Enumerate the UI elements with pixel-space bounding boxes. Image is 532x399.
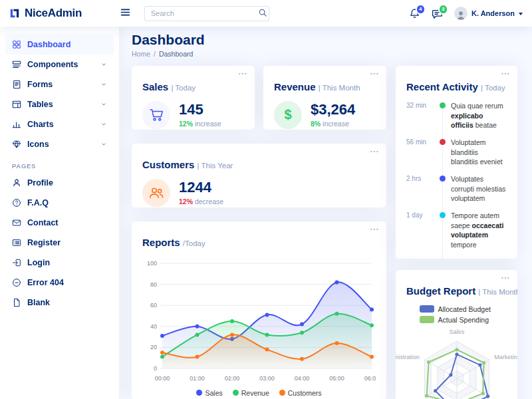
legend-item-customers[interactable]: Customers [279,389,322,397]
card-title: Sales [142,81,168,92]
card-period: | This Month [478,288,517,296]
messages-button[interactable]: 3 [432,8,443,19]
delta-percent: 12% [179,120,193,128]
card-options-icon[interactable] [501,271,511,285]
app-logo[interactable]: NiceAdmin [0,7,117,20]
card-period: | Today [171,84,196,92]
menu-button-icon [12,60,21,69]
card-options-icon[interactable] [370,223,380,236]
sidebar-item-label: Charts [27,120,54,129]
activity-time: 2 days [406,257,434,259]
legend-item-allocated-budget[interactable]: Allocated Budget [420,305,494,313]
sidebar-item-f-a-q[interactable]: F.A.Q [5,193,114,213]
svg-text:05:00: 05:00 [329,375,344,382]
sidebar-item-blank[interactable]: Blank [5,293,114,313]
sidebar-nav-main: DashboardComponentsFormsTablesChartsIcon… [5,35,114,154]
sidebar-item-profile[interactable]: Profile [5,173,114,193]
svg-text:Marketing: Marketing [494,353,517,360]
delta-label: increase [195,120,221,128]
search-icon [258,8,267,17]
svg-text:01:00: 01:00 [190,375,205,382]
sidebar-item-label: Tables [27,100,53,109]
login-icon [12,258,21,267]
sidebar-toggle-button[interactable] [118,5,132,21]
svg-text:04:00: 04:00 [295,375,310,382]
sidebar-item-forms[interactable]: Forms [5,74,114,94]
sidebar-item-components[interactable]: Components [5,55,114,74]
notifications-button[interactable]: 4 [409,8,420,19]
profile-menu[interactable]: K. Anderson [454,7,523,20]
breadcrumb-separator [154,50,156,58]
card-options-icon[interactable] [238,67,248,80]
activity-text: Voluptates corrupti molestias voluptatem [451,174,507,203]
recent-activity-card: Recent Activity | Today 32 minQuia quae … [396,66,517,259]
sidebar-item-register[interactable]: Register [5,233,114,253]
card-options-icon[interactable] [370,145,380,158]
sidebar-item-charts[interactable]: Charts [5,114,114,134]
activity-item: 32 minQuia quae rerum explicabo officiis… [406,101,507,130]
legend-label: Allocated Budget [438,305,491,313]
activity-text: Est sit eum reiciendis exercitationem [451,257,507,259]
activity-item: 1 dayTempore autem saepe occaecati volup… [406,211,507,250]
activity-time: 56 min [406,138,434,167]
person-icon [12,178,21,188]
sidebar-item-label: Register [27,238,61,247]
sidebar-item-icons[interactable]: Icons [5,134,114,154]
reports-chart-legend: SalesRevenueCustomers [142,389,376,397]
activity-item: 56 minVoluptatem blanditiis blanditiis e… [406,138,507,167]
legend-label: Revenue [241,389,269,397]
svg-text:20: 20 [150,344,157,350]
sidebar-item-label: Error 404 [27,278,64,287]
sidebar-item-contact[interactable]: Contact [5,213,114,233]
breadcrumb: Home Dashboard [132,50,520,58]
legend-item-revenue[interactable]: Revenue [233,389,269,397]
legend-item-sales[interactable]: Sales [196,389,222,397]
people-icon [148,185,164,201]
svg-text:40: 40 [150,323,157,330]
sidebar-item-tables[interactable]: Tables [5,94,114,114]
sidebar-item-dashboard[interactable]: Dashboard [5,35,114,55]
card-title: Customers [142,159,194,170]
breadcrumb-home[interactable]: Home [132,50,150,58]
activity-text: Voluptatem blanditiis blanditiis eveniet [451,138,507,167]
dollar-glyph: $ [284,107,291,122]
svg-text:100: 100 [147,260,157,267]
activity-dot-icon [440,102,446,108]
gem-icon [12,140,21,149]
legend-label: Customers [288,389,322,397]
people-icon [142,179,170,207]
legend-marker-icon [420,316,434,323]
card-title: Budget Report [406,285,475,297]
svg-text:00:00: 00:00 [155,375,170,382]
metric-value: $3,264 [311,102,355,118]
sidebar-item-label: Forms [27,80,53,89]
sidebar-nav-pages: ProfileF.A.QContactRegisterLoginError 40… [5,173,114,313]
delta-label: increase [323,120,349,128]
delta-label: decrease [195,198,223,205]
search-button[interactable] [258,8,267,19]
header-nav: 4 3 K. Anderson [409,7,523,20]
cart-icon [149,108,164,122]
card-title: Recent Activity [406,81,478,92]
sidebar-item-label: Dashboard [27,40,70,49]
legend-item-actual-spending[interactable]: Actual Spending [420,316,494,324]
card-options-icon[interactable] [370,67,380,80]
legend-marker-icon [420,305,434,313]
svg-text:60: 60 [150,302,157,309]
card-options-icon[interactable] [501,67,511,80]
chevron-down-icon [100,81,107,88]
delta-percent: 12% [179,198,193,205]
card-title: Reports [142,237,180,248]
search-input[interactable] [144,6,269,21]
activity-dot-icon [440,176,446,182]
bar-chart-icon [12,120,21,129]
svg-text:06:00: 06:00 [364,375,376,382]
activity-time: 2 hrs [406,174,434,203]
sidebar-item-login[interactable]: Login [5,253,114,273]
notifications-badge: 4 [416,4,426,15]
chevron-down-icon [100,141,107,148]
legend-label: Actual Spending [438,316,489,324]
sidebar-item-error-404[interactable]: Error 404 [5,273,114,293]
search-form [144,6,269,21]
dollar-icon: $ [274,101,302,129]
